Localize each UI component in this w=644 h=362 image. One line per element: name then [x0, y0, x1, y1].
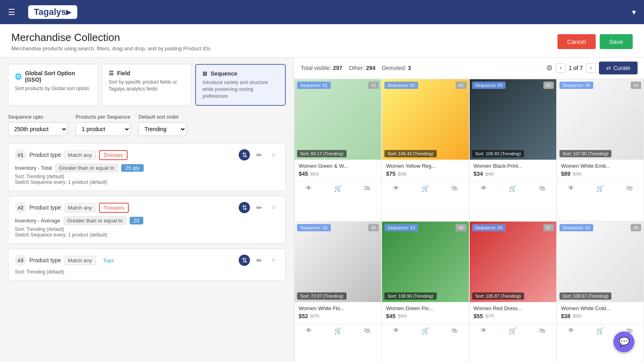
product-price-wrap: $45 $65: [299, 171, 377, 177]
rule-2-product-type-label: Product type: [29, 204, 61, 211]
rule-1-sort-text: Sort: Trending (default): [15, 174, 279, 179]
page-indicator: 1 of 7: [569, 65, 583, 71]
next-page-button[interactable]: ›: [586, 63, 596, 73]
rule-1-actions: ⇅ ✏ ✕: [239, 149, 279, 160]
product-info: Women Black Print... $34 $40: [470, 160, 556, 182]
product-price-orig: $95: [398, 171, 407, 177]
rule-1-match: Match any: [64, 150, 96, 160]
main-layout: 🌐 Global Sort Option (GSO) Sort products…: [0, 58, 644, 362]
right-panel: Total visible: 297 Other: 294 Demoted: 3…: [294, 58, 644, 362]
product-price-wrap: $38 $50: [561, 313, 640, 319]
stat-other: Other: 294: [349, 65, 376, 71]
rule-2-header: #2 Product type Match any Trousers ⇅ ✏ ✕: [15, 202, 279, 213]
view-icon[interactable]: 👁: [568, 185, 574, 192]
seq-badge: Sequence: #4: [472, 224, 506, 231]
cart-icon[interactable]: 🛒: [596, 185, 604, 192]
rule-2-switch-text: Switch Sequence every: 1 product (defaul…: [15, 232, 279, 238]
page-navigation: ‹ 1 of 7 ›: [556, 63, 596, 73]
cancel-button[interactable]: Cancel: [557, 34, 596, 49]
nav-dropdown[interactable]: ▾: [632, 7, 636, 17]
product-price-orig: $60: [398, 313, 407, 319]
cart-icon[interactable]: 🛒: [421, 327, 429, 335]
product-price: $34: [474, 171, 483, 177]
sort-card-sequence[interactable]: ⊞ Sequence Introduce variety and structu…: [195, 64, 286, 106]
view-icon[interactable]: 👁: [481, 327, 487, 335]
rule-1-edit-btn[interactable]: ✏: [253, 149, 264, 160]
stats: Total visible: 297 Other: 294 Demoted: 3: [301, 65, 411, 71]
product-info: Women White Emb... $89 $99: [557, 160, 644, 182]
save-button[interactable]: Save: [600, 34, 633, 49]
seq-badge: Sequence: #3: [472, 82, 506, 89]
add-icon[interactable]: 🛍: [364, 327, 370, 335]
product-price: $45: [386, 313, 395, 319]
rule-3-remove-btn[interactable]: ✕: [268, 255, 279, 266]
view-icon[interactable]: 👁: [481, 185, 487, 192]
product-card-4: Sequence: #4 #4 Sort: 107.85 (Trending) …: [557, 79, 644, 221]
right-panel-header: Total visible: 297 Other: 294 Demoted: 3…: [294, 58, 644, 79]
rule-1-inventory: Inventory - Total Greater than or equal …: [15, 164, 279, 172]
rule-3-sort-btn[interactable]: ⇅: [239, 255, 250, 266]
num-badge: #1: [368, 82, 379, 89]
field-desc: Sort by specific product fields or Tagal…: [109, 79, 185, 93]
total-value: 297: [333, 65, 342, 71]
upto-select[interactable]: 250th product 100th product 500th produc…: [8, 122, 68, 136]
product-info: Women Green & W... $45 $65: [295, 160, 381, 182]
rule-3-tag[interactable]: Tops: [99, 256, 118, 265]
sort-label: Sort: 106.43 (Trending): [384, 150, 436, 157]
sort-card-field[interactable]: ☰ Field Sort by specific product fields …: [102, 64, 192, 106]
product-actions: 👁 🛒 🛍: [295, 324, 381, 337]
num-badge: #6: [456, 224, 466, 231]
rule-3-sort-text: Sort: Trending (default): [15, 269, 279, 275]
per-select[interactable]: 1 product 2 products 3 products: [76, 122, 130, 136]
sort-select[interactable]: Trending Revenue Newest: [138, 122, 186, 136]
rule-1-remove-btn[interactable]: ✕: [268, 149, 279, 160]
view-icon[interactable]: 👁: [305, 185, 312, 192]
seq-badge: Sequence: #1: [297, 82, 331, 89]
add-icon[interactable]: 🛍: [451, 185, 458, 192]
page-subtitle: Merchandise products using search, filte…: [11, 45, 211, 51]
view-icon[interactable]: 👁: [393, 185, 399, 192]
rule-2-sort-btn[interactable]: ⇅: [239, 202, 250, 213]
rule-2-edit-btn[interactable]: ✏: [253, 202, 264, 213]
rule-2-remove-btn[interactable]: ✕: [268, 202, 279, 213]
rule-1: #1 Product type Match any Dresses ⇅ ✏ ✕ …: [8, 143, 286, 191]
view-icon[interactable]: 👁: [568, 327, 574, 335]
cart-icon[interactable]: 🛒: [421, 185, 429, 192]
chat-bubble[interactable]: 💬: [613, 331, 634, 352]
product-name: Women White Emb...: [561, 163, 640, 169]
prev-page-button[interactable]: ‹: [556, 63, 566, 73]
add-icon[interactable]: 🛍: [539, 185, 545, 192]
product-card-6: Sequence: #3 #6 Sort: 108.96 (Trending) …: [382, 221, 469, 362]
view-icon[interactable]: 👁: [393, 327, 399, 335]
add-icon[interactable]: 🛍: [626, 185, 633, 192]
rule-2-tag[interactable]: Trousers: [99, 203, 129, 213]
cart-icon[interactable]: 🛒: [334, 327, 342, 335]
add-icon[interactable]: 🛍: [451, 327, 458, 335]
logo: Tagalys ▶: [28, 5, 77, 19]
product-info: Women White Flo... $52 $70: [295, 302, 381, 324]
rule-1-product-type-label: Product type: [29, 152, 61, 158]
rule-1-tag[interactable]: Dresses: [99, 150, 128, 160]
gso-icon: 🌐: [15, 73, 22, 80]
field-icon: ☰: [109, 70, 114, 76]
sort-card-gso[interactable]: 🌐 Global Sort Option (GSO) Sort products…: [8, 64, 98, 106]
rule-1-sort-btn[interactable]: ⇅: [239, 149, 250, 160]
settings-icon[interactable]: ⚙: [546, 64, 553, 72]
rule-3-edit-btn[interactable]: ✏: [253, 255, 264, 266]
product-grid: Sequence: #1 #1 Sort: 89.17 (Trending) W…: [294, 79, 644, 362]
hamburger-menu[interactable]: ☰: [8, 7, 15, 17]
add-icon[interactable]: 🛍: [539, 327, 545, 335]
cart-icon[interactable]: 🛒: [334, 185, 342, 192]
sort-label: Sort: 108.67 (Trending): [559, 292, 611, 300]
curate-button[interactable]: ⇄ Curate: [599, 62, 638, 74]
cart-icon[interactable]: 🛒: [596, 327, 604, 335]
product-image-wrap: Sequence: #3 #6 Sort: 108.96 (Trending): [382, 222, 469, 302]
cart-icon[interactable]: 🛒: [509, 185, 517, 192]
add-icon[interactable]: 🛍: [364, 185, 370, 192]
product-image-wrap: Sequence: #2 #5 Sort: 73.97 (Trending): [295, 222, 381, 302]
view-icon[interactable]: 👁: [305, 327, 312, 335]
rule-2-inventory-label: Inventory - Average: [15, 218, 60, 224]
product-card-1: Sequence: #1 #1 Sort: 89.17 (Trending) W…: [294, 79, 382, 221]
cart-icon[interactable]: 🛒: [509, 327, 517, 335]
product-image-wrap: Sequence: #2 #2 Sort: 106.43 (Trending): [382, 79, 469, 160]
